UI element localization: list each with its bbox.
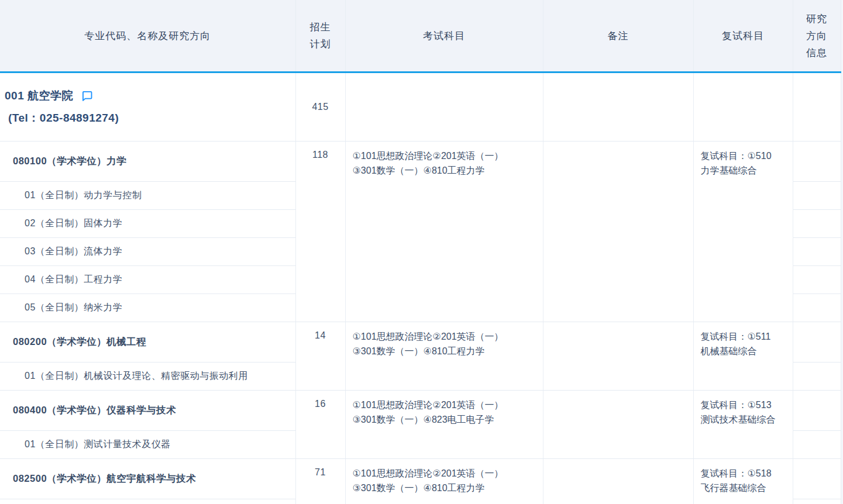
department-remark-cell <box>543 73 693 141</box>
major-name-cell: 082500（学术学位）航空宇航科学与技术 <box>0 459 295 499</box>
exam-subjects-cell: ①101思想政治理论②201英语（一） ③301数学（一）④810工程力学 <box>345 141 543 322</box>
enrollment-plan-cell: 71 <box>295 459 345 504</box>
retest-subjects-cell: 复试科目：①518 飞行器基础综合 <box>693 459 793 504</box>
department-row: 001 航空学院 (Tel：025-84891274) 415 <box>0 73 841 141</box>
department-exam-cell <box>345 73 543 141</box>
comment-bubble-icon[interactable] <box>81 90 93 102</box>
direction-name-cell: 05（全日制）纳米力学 <box>0 294 295 322</box>
remark-cell <box>543 141 693 322</box>
enrollment-plan-cell: 16 <box>295 391 345 459</box>
header-retest-column: 复试科目 <box>693 0 793 73</box>
direction-name-cell: 02（全日制）固体力学 <box>0 210 295 238</box>
direction-info-cell <box>793 363 841 391</box>
department-tel: (Tel：025-84891274) <box>5 107 295 129</box>
enrollment-plan-cell: 14 <box>295 322 345 391</box>
department-name-label: 001 航空学院 <box>5 85 73 107</box>
header-remark-column: 备注 <box>543 0 693 73</box>
enrollment-plan-cell: 118 <box>295 141 345 322</box>
direction-info-cell <box>793 391 841 431</box>
retest-subjects-cell: 复试科目：①511 机械基础综合 <box>693 322 793 391</box>
major-group-row: 080200（学术学位）机械工程14①101思想政治理论②201英语（一） ③3… <box>0 322 841 363</box>
major-name-cell: 080100（学术学位）力学 <box>0 141 295 182</box>
major-group-row: 080100（学术学位）力学118①101思想政治理论②201英语（一） ③30… <box>0 141 841 182</box>
department-info-cell <box>793 73 841 141</box>
remark-cell <box>543 391 693 459</box>
direction-info-cell <box>793 499 841 504</box>
direction-info-cell <box>793 210 841 238</box>
major-name-cell: 080400（学术学位）仪器科学与技术 <box>0 391 295 431</box>
retest-subjects-cell: 复试科目：①513 测试技术基础综合 <box>693 391 793 459</box>
department-cell: 001 航空学院 (Tel：025-84891274) <box>0 73 295 141</box>
direction-name-cell: 01（全日制）动力学与控制 <box>0 182 295 210</box>
exam-subjects-cell: ①101思想政治理论②201英语（一） ③301数学（一）④810工程力学 <box>345 459 543 504</box>
direction-name-cell: 03（全日制）流体力学 <box>0 238 295 266</box>
department-name: 001 航空学院 <box>5 85 295 107</box>
major-group-row: 082500（学术学位）航空宇航科学与技术71①101思想政治理论②201英语（… <box>0 459 841 499</box>
header-major-column: 专业代码、名称及研究方向 <box>0 0 295 73</box>
major-name-cell: 080200（学术学位）机械工程 <box>0 322 295 363</box>
direction-info-cell <box>793 322 841 363</box>
department-plan-cell: 415 <box>295 73 345 141</box>
direction-info-cell <box>793 266 841 294</box>
direction-info-cell <box>793 141 841 182</box>
direction-name-cell: 01（全日制）机械设计及理论、精密驱动与振动利用 <box>0 363 295 391</box>
remark-cell <box>543 322 693 391</box>
direction-name-cell: 04（全日制）工程力学 <box>0 266 295 294</box>
direction-info-cell <box>793 459 841 499</box>
direction-name-cell: 01（全日制）测试计量技术及仪器 <box>0 431 295 459</box>
major-group-row: 080400（学术学位）仪器科学与技术16①101思想政治理论②201英语（一）… <box>0 391 841 431</box>
header-info-column: 研究 方向 信息 <box>793 0 841 73</box>
department-retest-cell <box>693 73 793 141</box>
header-exam-column: 考试科目 <box>345 0 543 73</box>
admissions-catalog-table: 专业代码、名称及研究方向 招生 计划 考试科目 备注 复试科目 研究 方向 信息… <box>0 0 841 504</box>
direction-info-cell <box>793 431 841 459</box>
direction-name-cell: 01（全日制）飞行器设计、人机与环境工程 <box>0 499 295 504</box>
header-plan-column: 招生 计划 <box>295 0 345 73</box>
retest-subjects-cell: 复试科目：①510 力学基础综合 <box>693 141 793 322</box>
direction-info-cell <box>793 238 841 266</box>
exam-subjects-cell: ①101思想政治理论②201英语（一） ③301数学（一）④810工程力学 <box>345 322 543 391</box>
direction-info-cell <box>793 294 841 322</box>
table-header-row: 专业代码、名称及研究方向 招生 计划 考试科目 备注 复试科目 研究 方向 信息 <box>0 0 841 73</box>
direction-info-cell <box>793 182 841 210</box>
exam-subjects-cell: ①101思想政治理论②201英语（一） ③301数学（一）④823电工电子学 <box>345 391 543 459</box>
remark-cell <box>543 459 693 504</box>
